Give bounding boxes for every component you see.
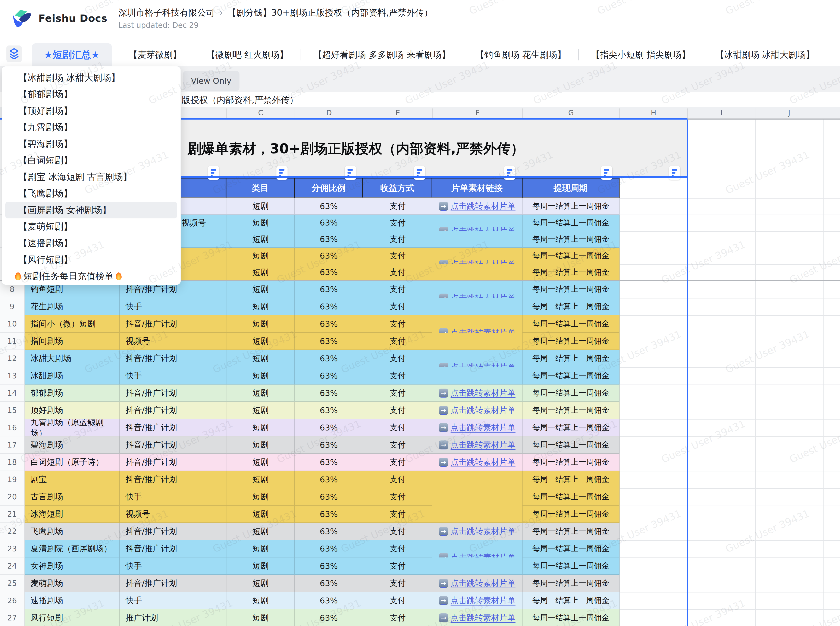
material-link[interactable]: →点击跳转素材片单	[439, 201, 516, 211]
cell-platform: 快手	[120, 557, 226, 575]
column-header-G[interactable]: G	[523, 107, 619, 119]
material-link[interactable]: →点击跳转素材片单	[439, 405, 516, 416]
cell-platform: 抖音/推广计划	[120, 437, 226, 454]
column-header-I[interactable]: I	[688, 107, 755, 119]
dropdown-item[interactable]: 【麦萌短剧】	[5, 218, 177, 235]
dropdown-item[interactable]: 【碧海剧场】	[5, 136, 177, 152]
sheet-tab[interactable]: 【指尖小短剧 指尖剧场】	[579, 49, 703, 61]
arrow-right-icon: →	[439, 613, 448, 622]
row-number: 22	[0, 523, 25, 540]
material-link-label: 点击跳转素材片单	[451, 405, 516, 416]
gridline	[619, 198, 840, 199]
cell-material-link[interactable]: →点击跳转素材片单	[433, 198, 523, 214]
cell-commission-ratio: 63%	[295, 367, 363, 385]
cell-settlement-period: 每周一结算上一周佣金	[523, 471, 619, 488]
dropdown-item[interactable]: 【画屏剧场 女神剧场】	[5, 202, 177, 218]
gridline	[619, 437, 840, 437]
row-number: 27	[0, 609, 25, 626]
arrow-right-icon: →	[439, 527, 448, 536]
sheet-tab[interactable]: 【麦芽微剧】	[116, 49, 194, 61]
cell-material-link[interactable]	[433, 231, 523, 248]
cell-commission-ratio: 63%	[295, 592, 363, 609]
breadcrumb-company[interactable]: 深圳市格子科技有限公司	[118, 8, 215, 18]
cell-category: 短剧	[226, 402, 295, 419]
material-link-label: 点击跳转素材片单	[451, 440, 516, 450]
cell-theater-name: 九霄剧场（原蓝鲸剧场）	[25, 419, 120, 437]
column-header-H[interactable]: H	[619, 107, 688, 119]
cell-theater-name: 麦萌剧场	[25, 575, 120, 592]
table-header-收益方式: 收益方式	[363, 178, 433, 198]
cell-settlement-period: 每周一结算上一周佣金	[523, 402, 619, 419]
material-link[interactable]: →点击跳转素材片单	[439, 440, 516, 450]
material-link[interactable]: →点击跳转素材片单	[439, 388, 516, 398]
cell-material-link[interactable]: →点击跳转素材片单	[433, 575, 523, 592]
sheet-list-button[interactable]	[6, 45, 22, 62]
cell-material-link[interactable]: →点击跳转素材片单	[433, 402, 523, 419]
dropdown-item[interactable]: 【郁郁剧场】	[5, 86, 177, 103]
cell-material-link[interactable]: →点击跳转素材片单	[433, 419, 523, 437]
cell-material-link[interactable]: →点击跳转素材片单	[433, 437, 523, 454]
material-link[interactable]: →点击跳转素材片单	[439, 595, 516, 606]
column-header-J[interactable]: J	[755, 107, 823, 119]
material-link[interactable]: →点击跳转素材片单	[439, 422, 516, 433]
gridline	[619, 385, 840, 385]
cell-category: 短剧	[226, 609, 295, 626]
cell-material-link[interactable]: →点击跳转素材片单	[433, 454, 523, 471]
cell-material-link[interactable]	[433, 557, 523, 575]
column-header-F[interactable]: F	[433, 107, 523, 119]
table-header-分佣比例: 分佣比例	[295, 178, 363, 198]
dropdown-item[interactable]: 【冰甜剧场 冰甜大剧场】	[5, 69, 177, 86]
sheet-tab[interactable]: 【冰甜剧场 冰甜大剧场】	[703, 49, 827, 61]
sheet-tab[interactable]: 【微剧吧 红火剧场】	[194, 49, 301, 61]
dropdown-item[interactable]: 【剧宝 冰海短剧 古言剧场】	[5, 169, 177, 185]
cell-platform: 抖音/推广计划	[120, 350, 226, 367]
column-header-E[interactable]: E	[363, 107, 433, 119]
sheet-tab[interactable]: 【郁郁剧场】	[827, 49, 840, 61]
breadcrumb-doc-title[interactable]: 【剧分钱】30+剧场正版授权（内部资料,严禁外传）	[227, 8, 433, 18]
column-separator	[687, 108, 688, 118]
cell-material-link[interactable]: →点击跳转素材片单	[433, 592, 523, 609]
material-link[interactable]: →点击跳转素材片单	[439, 578, 516, 588]
dropdown-item[interactable]: 【九霄剧场】	[5, 119, 177, 136]
cell-settlement-period: 每周一结算上一周佣金	[523, 523, 619, 540]
cell-income-type: 支付	[363, 540, 433, 557]
cell-category: 短剧	[226, 350, 295, 367]
material-link[interactable]: →点击跳转素材片单	[439, 457, 516, 468]
cell-settlement-period: 每周一结算上一周佣金	[523, 609, 619, 626]
dropdown-item[interactable]: 【风行短剧】	[5, 252, 177, 268]
cell-material-link[interactable]	[433, 264, 523, 281]
dropdown-item[interactable]: 【顶好剧场】	[5, 102, 177, 119]
material-link[interactable]: →点击跳转素材片单	[439, 526, 516, 537]
material-link[interactable]: →点击跳转素材片单	[439, 612, 516, 623]
gridline	[619, 350, 840, 351]
cell-material-link[interactable]	[433, 367, 523, 385]
cell-settlement-period: 每周一结算上一周佣金	[523, 592, 619, 609]
dropdown-item[interactable]: 【速播剧场】	[5, 235, 177, 252]
cell-settlement-period: 每周一结算上一周佣金	[523, 557, 619, 575]
row-number: 23	[0, 540, 25, 557]
cell-material-link[interactable]: →点击跳转素材片单	[433, 385, 523, 402]
row-number: 16	[0, 419, 25, 437]
cell-material-link[interactable]	[433, 298, 523, 315]
cell-commission-ratio: 63%	[295, 231, 363, 248]
dropdown-item[interactable]: 【白词短剧】	[5, 152, 177, 169]
column-header-D[interactable]: D	[295, 107, 363, 119]
sheet-tab[interactable]: 【超好看剧场 多多剧场 来看剧场】	[301, 49, 463, 61]
cell-income-type: 支付	[363, 333, 433, 350]
cell-commission-ratio: 63%	[295, 315, 363, 333]
dropdown-item[interactable]: 【飞鹰剧场】	[5, 185, 177, 202]
tab-summary-active[interactable]: ★短剧汇总★	[32, 43, 112, 66]
column-separator	[363, 108, 364, 118]
cell-material-link[interactable]	[433, 488, 523, 505]
cell-material-link[interactable]: →点击跳转素材片单	[433, 523, 523, 540]
cell-income-type: 支付	[363, 488, 433, 505]
cell-material-link[interactable]: →点击跳转素材片单	[433, 609, 523, 626]
row-number: 26	[0, 592, 25, 609]
sheet-tab[interactable]: 【钓鱼剧场 花生剧场】	[463, 49, 578, 61]
column-header-C[interactable]: C	[226, 107, 295, 119]
cell-material-link[interactable]	[433, 505, 523, 523]
dropdown-item[interactable]: 短剧任务每日充值榜单	[5, 268, 177, 285]
cell-commission-ratio: 63%	[295, 575, 363, 592]
cell-material-link[interactable]	[433, 333, 523, 350]
row-number: 11	[0, 333, 25, 350]
